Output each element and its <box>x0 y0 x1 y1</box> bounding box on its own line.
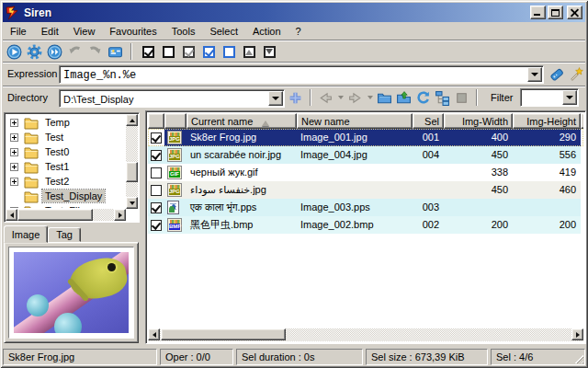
add-favourite-button[interactable] <box>287 89 304 107</box>
table-row[interactable]: GIFчерный жук.gif338419 <box>148 164 583 181</box>
menu-item-tools[interactable]: Tools <box>164 24 203 39</box>
rename-options-button[interactable] <box>107 43 123 60</box>
scrollbar-thumb[interactable] <box>126 162 138 182</box>
tree-item-test[interactable]: Test <box>6 130 125 144</box>
scrollbar-thumb[interactable] <box>17 209 93 221</box>
tab-tag[interactable]: Tag <box>48 227 81 242</box>
row-checkbox[interactable] <box>151 185 162 196</box>
invert-check-button[interactable] <box>180 43 197 60</box>
expand-plus-icon[interactable] <box>10 148 18 156</box>
row-checkbox[interactable] <box>151 202 162 213</box>
column-header-col1[interactable] <box>164 113 187 129</box>
quick-run-button[interactable] <box>46 43 62 60</box>
menu-item-edit[interactable]: Edit <box>34 24 66 39</box>
table-row[interactable]: एक काला भृंग.ppsImage_003.pps003 <box>148 199 583 216</box>
expand-plus-icon[interactable] <box>10 163 18 171</box>
tag-button[interactable] <box>548 66 565 83</box>
resize-grip[interactable] <box>573 353 583 363</box>
directory-input[interactable] <box>61 91 267 107</box>
tree-item-temp[interactable]: Temp <box>6 115 125 130</box>
forward-history-dropdown[interactable] <box>366 89 374 107</box>
forward-button[interactable] <box>346 89 364 107</box>
move-down-button[interactable] <box>261 43 277 60</box>
expand-plus-icon[interactable] <box>10 133 18 142</box>
scroll-left-button[interactable] <box>6 209 17 221</box>
scrollbar-thumb[interactable] <box>161 328 286 340</box>
tree-item-test2[interactable]: Test2 <box>6 174 125 189</box>
table-row[interactable]: BMP黑色甲虫.bmpImage_002.bmp002200200 <box>148 216 583 234</box>
uncheck-all-button[interactable] <box>160 43 176 60</box>
redo-button[interactable] <box>86 43 103 60</box>
expression-input[interactable] <box>61 67 526 83</box>
tree-item-test_display[interactable]: Test_Display <box>6 189 125 203</box>
new-name-cell: Image_003.pps <box>297 199 413 216</box>
menu-item-action[interactable]: Action <box>245 24 288 39</box>
menu-item-favourites[interactable]: Favourites <box>102 24 164 39</box>
check-selected-button[interactable] <box>200 43 217 60</box>
stop-button[interactable] <box>453 89 470 107</box>
scroll-left-button[interactable] <box>148 328 160 340</box>
parent-folder-button[interactable] <box>395 89 413 107</box>
menu-item-view[interactable]: View <box>66 24 103 39</box>
tree-horizontal-scrollbar[interactable] <box>6 209 126 221</box>
directory-dropdown-button[interactable] <box>268 91 283 106</box>
checkbox-gray-checked-icon <box>183 46 195 58</box>
file-list-body: JPGSk8er Frog.jpgImage_001.jpg001400290J… <box>148 129 583 234</box>
wizard-button[interactable] <box>568 66 584 83</box>
new-name-cell: Image_002.bmp <box>297 216 413 234</box>
file-list-horizontal-scrollbar[interactable] <box>148 328 583 341</box>
row-checkbox[interactable] <box>151 150 162 161</box>
expression-dropdown-button[interactable] <box>527 67 542 82</box>
tree-item-test1[interactable]: Test1 <box>6 159 125 174</box>
tree-item-test_fil[interactable]: Test_Fil <box>6 203 125 208</box>
table-row[interactable]: JPGun scarabée noir.jpgImage_004.jpg0044… <box>148 146 583 164</box>
tree-vertical-scrollbar[interactable] <box>126 114 138 209</box>
table-row[interactable]: JPGSk8er Frog.jpgImage_001.jpg001400290 <box>148 129 583 146</box>
scroll-right-button[interactable] <box>571 328 583 340</box>
img-height-cell: 290 <box>513 129 581 146</box>
checkbox-cell <box>148 164 164 181</box>
tree-item-test0[interactable]: Test0 <box>6 144 125 159</box>
uncheck-selected-button[interactable] <box>220 43 237 60</box>
column-header-current-name[interactable]: Current name <box>187 113 297 129</box>
back-history-dropdown[interactable] <box>336 89 345 107</box>
move-up-button[interactable] <box>241 43 257 60</box>
minimize-button[interactable] <box>530 6 546 19</box>
file-type-badge: JPG <box>169 136 180 143</box>
expand-plus-icon[interactable] <box>10 119 18 127</box>
expand-plus-icon[interactable] <box>10 178 18 186</box>
filter-dropdown-button[interactable] <box>562 90 577 105</box>
run-button[interactable] <box>6 43 22 60</box>
row-checkbox[interactable] <box>151 132 162 144</box>
menu-item-file[interactable]: File <box>3 24 34 39</box>
column-header-img-width[interactable]: Img-Width <box>444 113 513 129</box>
directory-label: Directory <box>7 92 48 103</box>
show-tree-button[interactable] <box>434 89 451 107</box>
scroll-down-button[interactable] <box>126 197 138 209</box>
scroll-up-button[interactable] <box>126 114 138 126</box>
settings-button[interactable] <box>26 43 42 60</box>
expand-plus-icon[interactable] <box>10 207 18 209</box>
title-bar[interactable]: Siren <box>3 3 585 22</box>
menu-item-select[interactable]: Select <box>202 24 245 39</box>
scroll-right-button[interactable] <box>114 209 126 221</box>
column-header-col0[interactable] <box>148 113 164 129</box>
column-header-sel[interactable]: Sel <box>413 113 444 129</box>
column-header-img-height[interactable]: Img-Height <box>513 113 581 129</box>
row-checkbox[interactable] <box>151 167 162 178</box>
maximize-button[interactable] <box>548 6 563 19</box>
undo-button[interactable] <box>66 43 83 60</box>
check-all-button[interactable] <box>140 43 156 60</box>
refresh-button[interactable] <box>414 89 432 107</box>
back-button[interactable] <box>317 89 334 107</box>
file-list-header: Current nameNew nameSelImg-WidthImg-Heig… <box>148 113 583 129</box>
close-button[interactable] <box>567 6 582 19</box>
column-header-new-name[interactable]: New name <box>297 113 413 129</box>
filter-input[interactable] <box>522 90 561 106</box>
row-checkbox[interactable] <box>151 220 162 231</box>
menu-item-help[interactable]: ? <box>288 24 309 39</box>
tab-image[interactable]: Image <box>4 225 48 243</box>
browse-folder-button[interactable] <box>376 89 393 107</box>
table-row[interactable]: JPGخنفساء سوداء.jpg450460 <box>148 181 583 199</box>
img-height-cell: 460 <box>513 181 581 199</box>
